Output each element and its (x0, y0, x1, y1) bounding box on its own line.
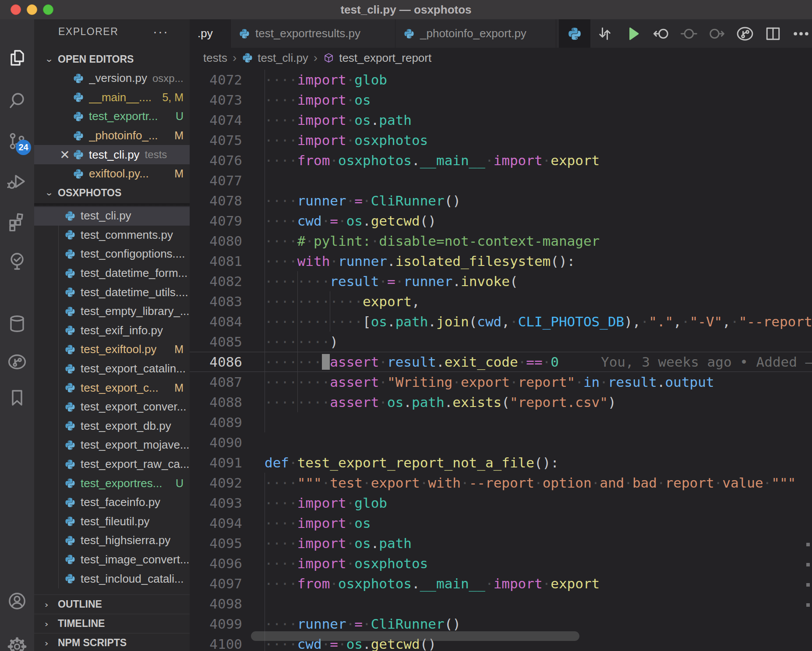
code-line[interactable]: 4078····runner·=·CliRunner() (190, 191, 812, 211)
line-number[interactable]: 4095 (190, 533, 242, 553)
compare-changes-icon[interactable] (594, 23, 616, 45)
code-line[interactable]: 4087········assert·"Writing·export·repor… (190, 372, 812, 392)
file-item[interactable]: test_export_catalin... (34, 359, 190, 379)
file-item[interactable]: test_incloud_catali... (34, 569, 190, 588)
line-number[interactable]: 4073 (190, 90, 242, 110)
account-icon[interactable] (7, 591, 28, 612)
open-editor-item[interactable]: _version.pyosxp... (34, 69, 190, 88)
horizontal-scrollbar[interactable] (251, 631, 579, 641)
code-line[interactable]: 4082········result·=·runner.invoke( (190, 271, 812, 291)
search-icon[interactable] (7, 90, 28, 111)
gitlens-icon[interactable] (7, 351, 28, 372)
line-number[interactable]: 4072 (190, 70, 242, 90)
line-number[interactable]: 4090 (190, 432, 242, 453)
run-icon[interactable] (622, 23, 644, 45)
code-line[interactable]: 4072····import·glob (190, 70, 812, 90)
file-item[interactable]: test_image_convert... (34, 550, 190, 570)
line-number[interactable]: 4091 (190, 453, 242, 473)
editor-tab[interactable]: test_exportresults.py (231, 19, 395, 48)
file-item[interactable]: test_exiftool.pyM (34, 340, 190, 359)
editor-tab[interactable]: _photoinfo_export.py (395, 19, 556, 48)
line-number[interactable]: 4083 (190, 291, 242, 311)
file-item[interactable]: test_export_db.py (34, 417, 190, 436)
explorer-more-actions-icon[interactable]: ··· (153, 24, 169, 39)
explorer-icon[interactable] (7, 47, 28, 68)
line-number[interactable]: 4099 (190, 614, 242, 634)
code-line[interactable]: 4089 (190, 412, 812, 432)
close-window-button[interactable] (11, 4, 21, 15)
line-number[interactable]: 4078 (190, 191, 242, 211)
more-actions-icon[interactable] (790, 23, 812, 45)
bookmarks-icon[interactable] (7, 387, 28, 408)
line-number[interactable]: 4086 (190, 352, 242, 372)
file-item[interactable]: test_fileutil.py (34, 512, 190, 531)
section-outline[interactable]: › OUTLINE (34, 594, 190, 614)
open-editor-item[interactable]: _photoinfo_...M (34, 126, 190, 145)
section-npm-scripts[interactable]: › NPM SCRIPTS (34, 633, 190, 651)
breadcrumb-item[interactable]: test_cli.py (258, 51, 308, 65)
line-number[interactable]: 4088 (190, 392, 242, 412)
line-number[interactable]: 4093 (190, 493, 242, 513)
python-interpreter-button[interactable] (559, 19, 590, 48)
open-editor-item[interactable]: ✕test_cli.pytests (34, 145, 190, 164)
line-number[interactable]: 4089 (190, 412, 242, 432)
line-number[interactable]: 4074 (190, 110, 242, 130)
open-editor-item[interactable]: __main__....5, M (34, 88, 190, 107)
code-line[interactable]: 4085········) (190, 332, 812, 352)
code-line[interactable]: 4098 (190, 594, 812, 614)
code-line[interactable]: 4096····import·osxphotos (190, 553, 812, 573)
section-timeline[interactable]: › TIMELINE (34, 614, 190, 633)
line-number[interactable]: 4100 (190, 634, 242, 651)
file-item[interactable]: test_exportres...U (34, 474, 190, 493)
file-item[interactable]: test_highsierra.py (34, 531, 190, 550)
circle-icon[interactable] (678, 23, 700, 45)
test-explorer-icon[interactable] (7, 251, 28, 272)
code-line[interactable]: 4092····"""·test·export·with·--report·op… (190, 473, 812, 493)
file-item[interactable]: test_export_mojave... (34, 435, 190, 455)
close-icon[interactable]: ✕ (57, 148, 73, 162)
line-number[interactable]: 4077 (190, 170, 242, 191)
code-line[interactable]: 4086········assert·result.exit_code·==·0… (190, 352, 812, 372)
line-number[interactable]: 4087 (190, 372, 242, 392)
code-line[interactable]: 4094····import·os (190, 513, 812, 533)
line-number[interactable]: 4092 (190, 473, 242, 493)
code-line[interactable]: 4083············export, (190, 291, 812, 311)
code-line[interactable]: 4080····#·pylint:·disable=not-context-ma… (190, 231, 812, 251)
settings-icon[interactable] (7, 636, 28, 651)
split-editor-icon[interactable] (762, 23, 784, 45)
code-line[interactable]: 4075····import·osxphotos (190, 130, 812, 150)
file-item[interactable]: test_faceinfo.py (34, 493, 190, 512)
file-item[interactable]: test_cli.py (34, 206, 190, 226)
code-line[interactable]: 4091def·test_export_report_not_a_file(): (190, 453, 812, 473)
code-line[interactable]: 4095····import·os.path (190, 533, 812, 553)
section-open-editors[interactable]: ⌄ OPEN EDITORS (34, 50, 190, 69)
code-line[interactable]: 4084············[os.path.join(cwd,·CLI_P… (190, 311, 812, 332)
file-item[interactable]: test_empty_library_... (34, 302, 190, 321)
code-line[interactable]: 4081····with·runner.isolated_filesystem(… (190, 251, 812, 271)
code-line[interactable]: 4090 (190, 432, 812, 453)
gitlens-icon[interactable] (734, 23, 756, 45)
line-number[interactable]: 4085 (190, 332, 242, 352)
code-editor[interactable]: 4072····import·glob4073····import·os4074… (190, 68, 812, 651)
database-icon[interactable] (7, 313, 28, 334)
file-item[interactable]: test_export_conver... (34, 397, 190, 417)
breadcrumb-item[interactable]: test_export_report (339, 51, 431, 65)
line-number[interactable]: 4098 (190, 594, 242, 614)
line-number[interactable]: 4075 (190, 130, 242, 150)
code-line[interactable]: 4073····import·os (190, 90, 812, 110)
code-line[interactable]: 4074····import·os.path (190, 110, 812, 130)
previous-change-icon[interactable] (650, 23, 672, 45)
extensions-icon[interactable] (7, 211, 28, 232)
open-editor-item[interactable]: test_exportr...U (34, 107, 190, 126)
section-folder[interactable]: ⌄ OSXPHOTOS (34, 183, 190, 202)
source-control-icon[interactable]: 24 (7, 131, 28, 152)
minimize-window-button[interactable] (27, 4, 37, 15)
file-item[interactable]: test_datetime_form... (34, 264, 190, 283)
file-item[interactable]: test_exif_info.py (34, 321, 190, 340)
line-number[interactable]: 4081 (190, 251, 242, 271)
editor-tab[interactable]: .py (190, 19, 231, 48)
code-line[interactable]: 4093····import·glob (190, 493, 812, 513)
file-item[interactable]: test_configoptions.... (34, 244, 190, 264)
line-number[interactable]: 4084 (190, 311, 242, 332)
breadcrumb-item[interactable]: tests (203, 51, 227, 65)
